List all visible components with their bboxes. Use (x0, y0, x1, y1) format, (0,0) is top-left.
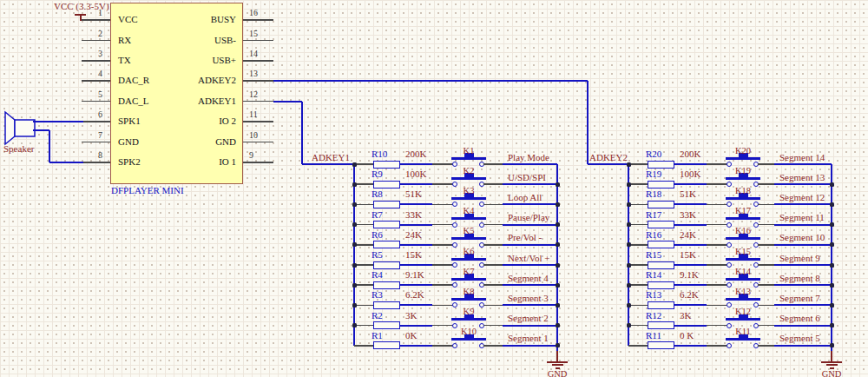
resistor-symbol[interactable] (373, 321, 400, 329)
resistor-symbol[interactable] (373, 281, 400, 289)
resistor-value: 200K (405, 149, 426, 160)
wire-segment (483, 204, 503, 206)
wire-segment (483, 264, 503, 266)
junction-dot (627, 303, 631, 308)
wire-segment (774, 264, 832, 266)
wire-segment (33, 129, 49, 131)
wire-segment (774, 203, 832, 205)
wire-segment (707, 244, 727, 246)
resistor-value: 6.2K (680, 290, 699, 301)
pin-number: 11 (249, 110, 270, 119)
wire-segment (758, 345, 774, 347)
key-ref: K2 (450, 166, 488, 175)
key-function-label: Pre/Vol - (508, 233, 542, 243)
resistor-symbol[interactable] (648, 221, 674, 228)
resistor-symbol[interactable] (648, 181, 674, 188)
wire-segment (628, 305, 648, 307)
wire-segment (503, 284, 557, 286)
junction-dot (352, 323, 357, 327)
ladder-left-bus (353, 164, 355, 346)
wire-segment (774, 224, 832, 226)
pin-name: ADKEY2 (149, 76, 236, 85)
pin-stub (82, 60, 110, 62)
pin-name: GND (118, 137, 139, 147)
key-ref: K9 (450, 307, 488, 316)
key-ref: K7 (450, 267, 488, 276)
wire-segment (707, 224, 727, 226)
resistor-ref: R10 (372, 149, 387, 160)
resistor-symbol[interactable] (373, 181, 400, 188)
gnd-bar-icon (821, 361, 842, 363)
resistor-symbol[interactable] (648, 321, 674, 329)
junction-dot (556, 182, 560, 187)
resistor-value: 3K (405, 311, 417, 321)
wire-segment (400, 224, 432, 226)
resistor-symbol[interactable] (648, 261, 674, 269)
gnd-stem-icon (556, 351, 558, 361)
resistor-value: 24K (680, 230, 696, 241)
pin-stub (82, 142, 110, 143)
pin-stub (82, 101, 110, 103)
resistor-symbol[interactable] (373, 241, 400, 248)
wire-segment (707, 183, 727, 185)
wire-segment (400, 304, 432, 306)
resistor-symbol[interactable] (648, 281, 674, 289)
wire-segment (432, 224, 453, 226)
junction-dot (627, 202, 631, 207)
junction-dot (556, 263, 560, 268)
wire-segment (503, 224, 557, 226)
key-ref: K6 (450, 247, 488, 256)
junction-dot (627, 242, 631, 247)
wire-segment (758, 183, 774, 185)
wire-segment (774, 345, 832, 347)
wire-segment (674, 244, 707, 246)
pin-name: BUSY (149, 15, 236, 24)
resistor-ref: R3 (372, 290, 383, 301)
resistor-ref: R14 (646, 270, 661, 281)
junction-dot (627, 263, 631, 268)
wire-segment (432, 244, 453, 246)
resistor-symbol[interactable] (648, 161, 674, 169)
resistor-symbol[interactable] (373, 261, 400, 269)
wire-segment (503, 264, 557, 266)
pin-stub (243, 121, 273, 122)
resistor-symbol[interactable] (373, 221, 400, 228)
junction-dot (830, 182, 834, 187)
resistor-symbol[interactable] (648, 201, 674, 208)
resistor-symbol[interactable] (648, 341, 674, 349)
key-function-label: Segment 6 (779, 314, 820, 324)
resistor-symbol[interactable] (373, 341, 400, 349)
resistor-ref: R17 (646, 210, 661, 221)
pin-name: SPK2 (118, 157, 141, 167)
resistor-symbol[interactable] (648, 241, 674, 248)
junction-dot (556, 303, 560, 308)
pin-name: TX (118, 56, 131, 65)
wire-segment (354, 183, 373, 185)
wire-segment (758, 163, 774, 165)
resistor-ref: R19 (646, 169, 661, 180)
pin-number: 10 (249, 131, 270, 140)
junction-dot (627, 283, 631, 288)
resistor-value: 200K (680, 149, 700, 160)
resistor-symbol[interactable] (373, 161, 400, 169)
wire-segment (354, 224, 373, 226)
resistor-value: 15K (680, 250, 696, 261)
button-terminal (452, 343, 457, 348)
net-label-adkey2: ADKEY2 (589, 153, 628, 163)
resistor-symbol[interactable] (373, 301, 400, 309)
wire-segment (588, 163, 628, 165)
resistor-symbol[interactable] (373, 201, 400, 208)
key-ref: K14 (724, 267, 762, 276)
wire-segment (587, 81, 589, 164)
wire-segment (503, 304, 557, 306)
resistor-symbol[interactable] (648, 301, 674, 309)
key-function-label: Segment 12 (779, 193, 825, 203)
pin-name: DAC_L (118, 96, 148, 106)
key-function-label: Segment 14 (779, 153, 825, 163)
wire-segment (302, 163, 354, 165)
schematic-canvas: VCC (3.3-5V) Speaker DFPLAYER MINI ADKEY… (0, 0, 868, 377)
button-terminal (727, 343, 732, 348)
junction-dot (556, 202, 560, 207)
wire-segment (432, 264, 453, 266)
key-ref: K12 (724, 307, 762, 316)
